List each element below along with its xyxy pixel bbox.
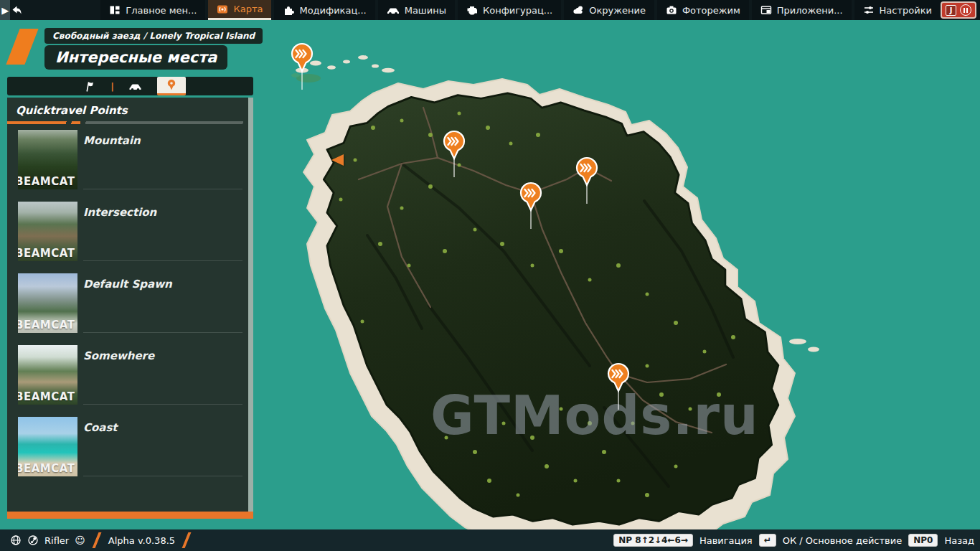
thumbnail: BEAMCAT: [18, 202, 77, 261]
main-menu-icon: [109, 4, 121, 16]
panel-accent-bar: [7, 512, 253, 519]
sun-cloud-icon: [573, 4, 584, 16]
steam-icon: [27, 534, 39, 546]
quicktravel-pin-icon: [442, 130, 466, 182]
section-divider: [7, 121, 248, 124]
top-menu-bar: ▶ Главное мен... К: [0, 0, 980, 20]
item-label: Default Spawn: [83, 278, 172, 291]
tab-environment[interactable]: Окружение: [564, 0, 654, 20]
ok-hint-label: ОК / Основное действие: [783, 535, 902, 546]
version-label: Alpha v.0.38.5: [108, 535, 175, 546]
play-icon: ▶: [1, 5, 9, 16]
player-name: Rifler: [44, 535, 69, 546]
thumb-watermark: BEAMCAT: [18, 462, 75, 475]
tab-settings[interactable]: Настройки: [854, 0, 941, 20]
item-divider: [83, 189, 242, 189]
tab-missions[interactable]: [75, 77, 103, 95]
car-icon: [387, 4, 400, 16]
apps-window-icon: [760, 4, 772, 16]
site-watermark: GTMods.ru: [430, 385, 759, 446]
item-divider: [83, 476, 242, 476]
main-nav-tabs: Главное мен... Карта Модификац...: [100, 0, 941, 20]
quicktravel-panel: Quicktravel Points BEAMCAT Mountain BEAM…: [7, 98, 248, 512]
island-sand: [303, 79, 795, 545]
thumbnail: BEAMCAT: [18, 345, 77, 405]
tab-vehicles[interactable]: Машины: [378, 0, 455, 20]
item-divider: [83, 260, 242, 261]
map-filter-tabs: |: [7, 77, 253, 95]
puzzle-icon: [283, 4, 294, 16]
j-key-badge[interactable]: J: [946, 5, 956, 16]
quicktravel-pin-icon: [575, 156, 599, 208]
undo-arrow-icon: [10, 4, 23, 17]
thumbnail: BEAMCAT: [18, 130, 77, 189]
item-label: Intersection: [83, 206, 156, 219]
panel-scrollbar[interactable]: [248, 98, 253, 512]
engine-icon: [466, 4, 478, 16]
quicktravel-pin-icon: [519, 182, 543, 233]
play-button[interactable]: ▶: [0, 0, 10, 20]
map-pin[interactable]: [519, 182, 543, 233]
session-controls: J: [941, 1, 976, 19]
accent-slash: [182, 532, 192, 548]
enter-key-badge: ↵: [759, 534, 776, 547]
nav-hint-label: Навигация: [699, 535, 753, 546]
status-bar: Rifler ☺ Alpha v.0.38.5 NP 8↑2↓4←6→ Нави…: [0, 529, 980, 551]
item-label: Coast: [83, 421, 118, 434]
breadcrumb: Свободный заезд / Lonely Tropical Island: [44, 28, 263, 44]
quicktravel-pin-icon: [290, 42, 314, 94]
thumbnail: BEAMCAT: [18, 273, 77, 333]
player-position-marker: [331, 154, 344, 166]
list-item-somewhere[interactable]: BEAMCAT Somewhere: [7, 345, 248, 417]
key-hints: NP 8↑2↓4←6→ Навигация ↵ ОК / Основное де…: [613, 534, 980, 547]
list-item-mountain[interactable]: BEAMCAT Mountain: [7, 130, 248, 202]
island-terrain: [324, 93, 778, 524]
accent-slash: [92, 532, 101, 548]
map-pin[interactable]: [606, 362, 631, 414]
location-pin-icon: [166, 79, 177, 91]
thumb-watermark: BEAMCAT: [18, 319, 75, 331]
list-item-default-spawn[interactable]: BEAMCAT Default Spawn: [7, 273, 248, 345]
tab-map[interactable]: Карта: [208, 0, 271, 20]
tab-photo-mode[interactable]: Фоторежим: [657, 0, 749, 20]
player-emote-icon: ☺: [75, 534, 85, 546]
car-icon: [128, 80, 142, 92]
map-pin[interactable]: [290, 42, 314, 94]
item-divider: [83, 404, 242, 405]
thumbnail: BEAMCAT: [18, 417, 77, 476]
numpad-nav-keys-badge: NP 8↑2↓4←6→: [613, 534, 693, 547]
pause-button[interactable]: [960, 4, 971, 16]
tab-separator: |: [110, 81, 114, 92]
tab-apps[interactable]: Приложени...: [752, 0, 852, 20]
section-title: Quicktravel Points: [7, 98, 248, 120]
small-islands: [296, 55, 819, 352]
sliders-icon: [863, 4, 875, 16]
back-hint-label: Назад: [944, 535, 974, 546]
tab-mods[interactable]: Модификац...: [274, 0, 374, 20]
globe-icon: [10, 534, 22, 546]
camera-icon: [666, 4, 677, 16]
numpad0-key-badge: NP0: [908, 534, 938, 547]
item-label: Mountain: [83, 134, 141, 147]
thumb-watermark: BEAMCAT: [18, 390, 75, 403]
thumb-watermark: BEAMCAT: [18, 247, 75, 260]
page-title: Интересные места: [44, 45, 227, 70]
tab-quicktravel-points[interactable]: [157, 77, 186, 95]
tab-vehicles-on-map[interactable]: [121, 77, 150, 95]
map-icon: [217, 4, 228, 15]
map-pin[interactable]: [442, 130, 466, 182]
thumb-watermark: BEAMCAT: [18, 175, 75, 188]
back-button[interactable]: [10, 0, 23, 20]
tab-main-menu[interactable]: Главное мен...: [100, 0, 205, 20]
flag-icon: [83, 80, 95, 93]
tab-config[interactable]: Конфигурац...: [458, 0, 561, 20]
list-item-coast[interactable]: BEAMCAT Coast: [7, 417, 248, 489]
item-label: Somewhere: [83, 349, 154, 362]
item-divider: [83, 332, 242, 333]
quicktravel-pin-icon: [606, 362, 631, 414]
game-screen: GTMods.ru: [0, 0, 980, 551]
map-pin[interactable]: [575, 156, 599, 208]
status-left: Rifler ☺ Alpha v.0.38.5: [0, 532, 192, 548]
list-item-intersection[interactable]: BEAMCAT Intersection: [7, 202, 248, 273]
